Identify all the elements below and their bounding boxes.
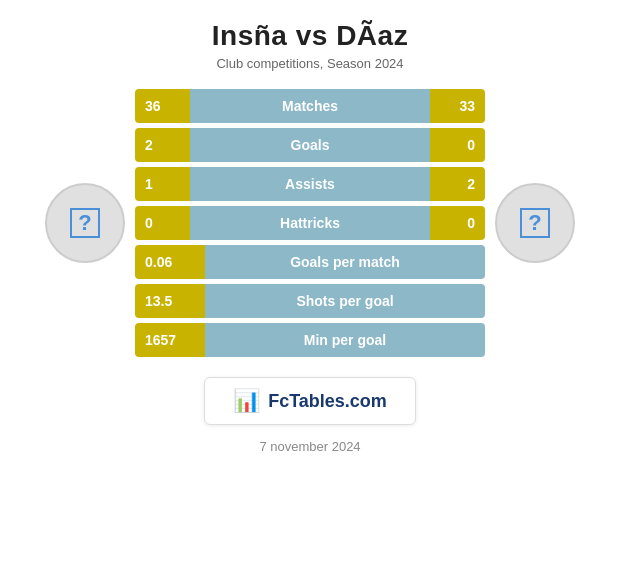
stat-left-value: 1 — [135, 167, 190, 201]
stat-left-value: 13.5 — [135, 284, 205, 318]
stat-label: Goals — [190, 128, 430, 162]
stat-row-goals: 2Goals0 — [135, 128, 485, 162]
main-area: ? 36Matches332Goals01Assists20Hattricks0… — [0, 89, 620, 357]
stat-right-value: 2 — [430, 167, 485, 201]
page-subtitle: Club competitions, Season 2024 — [216, 56, 403, 71]
right-avatar-circle: ? — [495, 183, 575, 263]
stat-right-value: 33 — [430, 89, 485, 123]
stat-row-hattricks: 0Hattricks0 — [135, 206, 485, 240]
stat-left-value: 2 — [135, 128, 190, 162]
stat-row-assists: 1Assists2 — [135, 167, 485, 201]
stat-left-value: 0.06 — [135, 245, 205, 279]
stat-right-value: 0 — [430, 206, 485, 240]
left-player-avatar: ? — [35, 163, 135, 283]
right-player-avatar: ? — [485, 163, 585, 283]
stat-label: Hattricks — [190, 206, 430, 240]
stats-column: 36Matches332Goals01Assists20Hattricks00.… — [135, 89, 485, 357]
stat-row-shots-per-goal: 13.5Shots per goal — [135, 284, 485, 318]
stat-row-matches: 36Matches33 — [135, 89, 485, 123]
stat-label: Min per goal — [205, 323, 485, 357]
stat-left-value: 1657 — [135, 323, 205, 357]
stat-row-goals-per-match: 0.06Goals per match — [135, 245, 485, 279]
stat-left-value: 0 — [135, 206, 190, 240]
page-container: Insña vs DÃaz Club competitions, Season … — [0, 0, 620, 580]
stat-row-min-per-goal: 1657Min per goal — [135, 323, 485, 357]
logo-text: FcTables.com — [268, 391, 387, 412]
stat-label: Goals per match — [205, 245, 485, 279]
fctables-logo[interactable]: 📊 FcTables.com — [204, 377, 416, 425]
stat-left-value: 36 — [135, 89, 190, 123]
stat-label: Assists — [190, 167, 430, 201]
stat-right-value: 0 — [430, 128, 485, 162]
logo-icon: 📊 — [233, 388, 260, 414]
page-title: Insña vs DÃaz — [212, 20, 408, 52]
stat-label: Matches — [190, 89, 430, 123]
stat-label: Shots per goal — [205, 284, 485, 318]
left-avatar-placeholder: ? — [70, 208, 100, 238]
right-avatar-placeholder: ? — [520, 208, 550, 238]
logo-area[interactable]: 📊 FcTables.com — [204, 377, 416, 425]
footer-date: 7 november 2024 — [259, 439, 360, 454]
left-avatar-circle: ? — [45, 183, 125, 263]
